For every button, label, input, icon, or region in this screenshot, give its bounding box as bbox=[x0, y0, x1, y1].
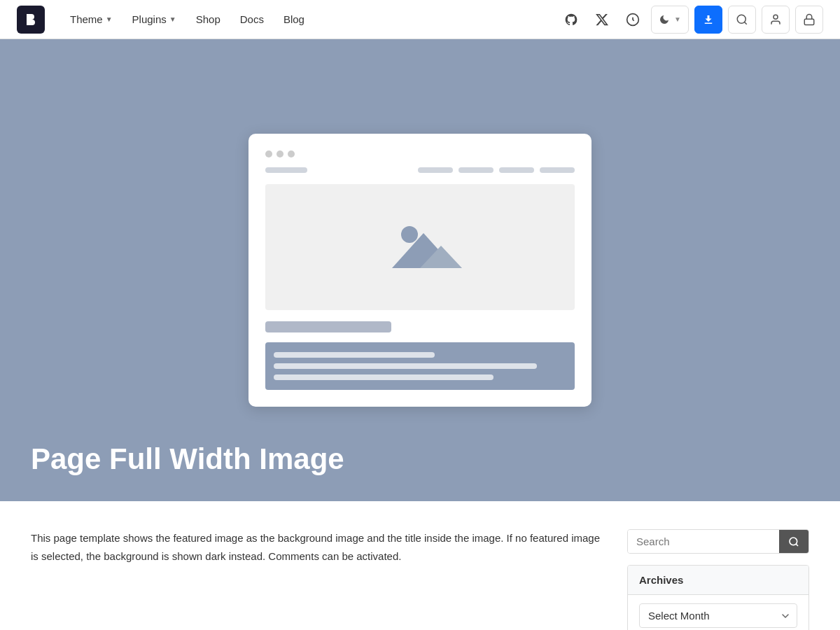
site-logo[interactable] bbox=[17, 6, 45, 34]
svg-rect-4 bbox=[804, 19, 814, 24]
theme-nav-label: Theme bbox=[70, 13, 103, 25]
svg-point-3 bbox=[774, 15, 778, 19]
user-button[interactable] bbox=[762, 6, 790, 34]
image-placeholder-icon bbox=[378, 205, 462, 289]
archives-select-wrap: Select Month January 2024 December 2023 … bbox=[628, 595, 808, 630]
search-input[interactable] bbox=[628, 530, 779, 553]
dot-1 bbox=[265, 150, 272, 158]
search-submit-button[interactable] bbox=[779, 530, 808, 553]
card-footer bbox=[265, 342, 575, 390]
refresh-icon[interactable] bbox=[620, 7, 645, 32]
dot-2 bbox=[276, 150, 284, 158]
search-icon bbox=[736, 13, 748, 26]
dot-3 bbox=[288, 150, 295, 158]
user-icon bbox=[769, 13, 782, 26]
archives-header: Archives bbox=[628, 566, 808, 595]
header-line-3 bbox=[458, 167, 493, 173]
docs-nav-label: Docs bbox=[240, 13, 264, 25]
hero-title: Page Full Width Image bbox=[31, 442, 344, 476]
theme-toggle-button[interactable]: ▼ bbox=[651, 6, 689, 34]
github-icon[interactable] bbox=[559, 7, 584, 32]
search-box bbox=[627, 529, 809, 554]
archives-select[interactable]: Select Month January 2024 December 2023 … bbox=[639, 603, 797, 628]
navbar: Theme ▼ Plugins ▼ Shop Docs Blog bbox=[0, 0, 840, 39]
archives-widget: Archives Select Month January 2024 Decem… bbox=[627, 565, 809, 630]
download-icon bbox=[702, 13, 715, 26]
card-title-bar bbox=[265, 321, 391, 332]
logo-icon bbox=[22, 11, 39, 28]
hero-section: Page Full Width Image bbox=[0, 39, 840, 501]
theme-caret-icon: ▼ bbox=[674, 15, 681, 23]
search-submit-icon bbox=[788, 536, 799, 547]
svg-line-2 bbox=[744, 22, 746, 24]
blog-nav-label: Blog bbox=[284, 13, 304, 25]
hero-mockup-card bbox=[248, 134, 592, 407]
navbar-icons: ▼ bbox=[559, 6, 823, 34]
lock-icon bbox=[803, 13, 816, 26]
plugins-caret: ▼ bbox=[169, 15, 176, 23]
main-text: This page template shows the featured im… bbox=[31, 529, 605, 565]
plugins-nav-label: Plugins bbox=[132, 13, 167, 25]
footer-line-1 bbox=[274, 352, 435, 358]
content-area: This page template shows the featured im… bbox=[0, 501, 840, 630]
card-header bbox=[265, 167, 575, 173]
main-content: This page template shows the featured im… bbox=[31, 529, 605, 630]
header-line-4 bbox=[499, 167, 534, 173]
plugins-nav-link[interactable]: Plugins ▼ bbox=[124, 9, 185, 29]
download-button[interactable] bbox=[694, 6, 722, 34]
theme-caret: ▼ bbox=[106, 15, 113, 23]
shop-nav-label: Shop bbox=[196, 13, 220, 25]
nav-links: Theme ▼ Plugins ▼ Shop Docs Blog bbox=[62, 9, 559, 29]
svg-line-9 bbox=[796, 544, 798, 546]
header-line-2 bbox=[418, 167, 453, 173]
svg-point-5 bbox=[401, 226, 418, 243]
theme-nav-link[interactable]: Theme ▼ bbox=[62, 9, 121, 29]
header-line-1 bbox=[265, 167, 307, 173]
navbar-search-button[interactable] bbox=[728, 6, 756, 34]
lock-button[interactable] bbox=[795, 6, 823, 34]
sidebar: Archives Select Month January 2024 Decem… bbox=[627, 529, 809, 630]
twitter-icon[interactable] bbox=[589, 7, 615, 32]
blog-nav-link[interactable]: Blog bbox=[275, 9, 313, 29]
footer-line-2 bbox=[274, 363, 537, 369]
svg-point-1 bbox=[737, 15, 746, 23]
card-topbar bbox=[265, 150, 575, 158]
shop-nav-link[interactable]: Shop bbox=[188, 9, 229, 29]
docs-nav-link[interactable]: Docs bbox=[232, 9, 272, 29]
footer-line-3 bbox=[274, 374, 493, 380]
header-line-5 bbox=[540, 167, 575, 173]
moon-icon bbox=[659, 14, 670, 25]
svg-point-8 bbox=[790, 538, 797, 545]
card-image-placeholder bbox=[265, 184, 575, 310]
